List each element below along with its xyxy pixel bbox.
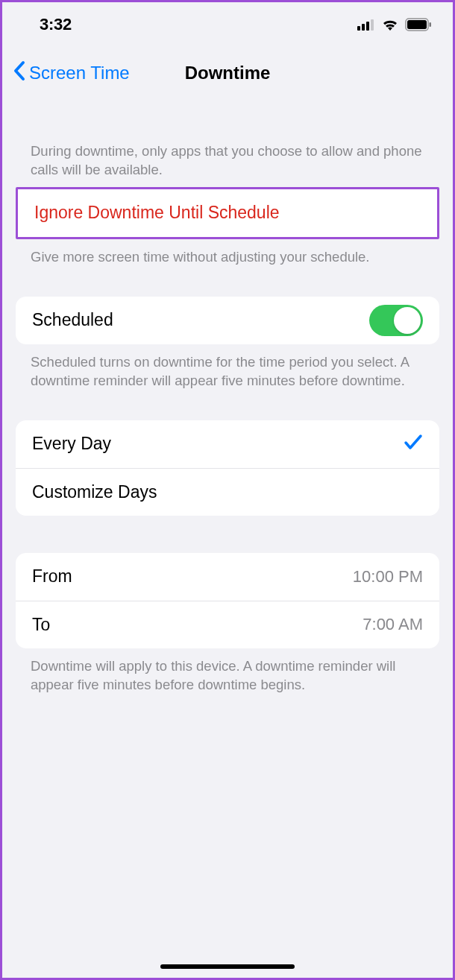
ignore-downtime-group: Ignore Downtime Until Schedule (16, 187, 439, 239)
to-row[interactable]: To 7:00 AM (16, 601, 439, 648)
scheduled-description: Scheduled turns on downtime for the time… (16, 344, 439, 398)
time-description: Downtime will apply to this device. A do… (16, 648, 439, 702)
ignore-downtime-button[interactable]: Ignore Downtime Until Schedule (18, 189, 437, 237)
every-day-label: Every Day (32, 434, 111, 454)
svg-rect-3 (371, 19, 374, 31)
intro-description: During downtime, only apps that you choo… (16, 133, 439, 187)
svg-rect-5 (407, 20, 427, 29)
checkmark-icon (404, 432, 423, 456)
toggle-knob (394, 307, 421, 334)
time-range-group: From 10:00 PM To 7:00 AM (16, 553, 439, 648)
to-label: To (32, 615, 50, 635)
from-value: 10:00 PM (353, 567, 423, 587)
page-title: Downtime (185, 63, 271, 83)
status-time: 3:32 (40, 15, 72, 34)
customize-days-row[interactable]: Customize Days (16, 468, 439, 516)
back-button[interactable]: Screen Time (13, 60, 130, 86)
customize-days-label: Customize Days (32, 482, 157, 502)
svg-rect-0 (357, 26, 360, 31)
svg-rect-2 (366, 22, 369, 31)
home-indicator[interactable] (160, 964, 295, 969)
cellular-signal-icon (357, 19, 375, 31)
to-value: 7:00 AM (363, 615, 423, 634)
scheduled-group: Scheduled (16, 297, 439, 344)
from-label: From (32, 566, 72, 587)
ignore-description: Give more screen time without adjusting … (16, 239, 439, 274)
ignore-downtime-label: Ignore Downtime Until Schedule (34, 203, 280, 223)
nav-bar: Screen Time Downtime (2, 47, 453, 99)
status-icons (357, 18, 432, 31)
chevron-left-icon (13, 60, 26, 86)
every-day-row[interactable]: Every Day (16, 420, 439, 468)
from-row[interactable]: From 10:00 PM (16, 553, 439, 601)
scheduled-toggle[interactable] (369, 305, 423, 336)
battery-icon (405, 18, 432, 31)
wifi-icon (381, 18, 399, 31)
scheduled-row: Scheduled (16, 297, 439, 344)
scheduled-label: Scheduled (32, 310, 113, 330)
svg-rect-6 (430, 22, 432, 27)
status-bar: 3:32 (2, 2, 453, 47)
schedule-type-group: Every Day Customize Days (16, 420, 439, 516)
svg-rect-1 (362, 24, 365, 31)
back-label: Screen Time (29, 63, 130, 83)
